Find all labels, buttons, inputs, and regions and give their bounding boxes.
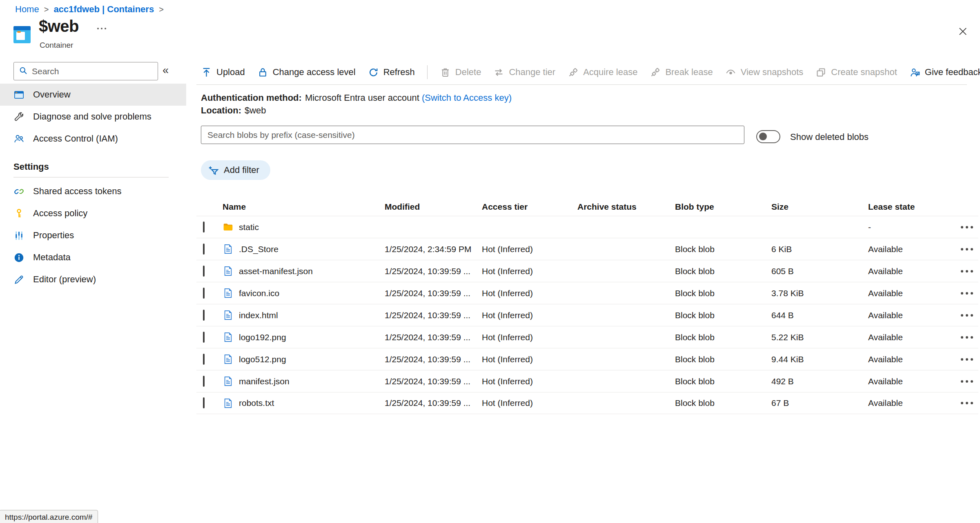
sidebar-item-label: Shared access tokens — [33, 186, 121, 197]
blob-name-link[interactable]: static — [239, 222, 259, 232]
breadcrumb-link-containers[interactable]: acc1fdweb | Containers — [53, 4, 154, 15]
cell-blob-type: Block blob — [675, 288, 771, 298]
sidebar-divider — [13, 177, 169, 177]
column-header-access-tier[interactable]: Access tier — [482, 202, 577, 212]
sidebar-item-access-control-iam[interactable]: Access Control (IAM) — [0, 128, 186, 150]
blob-name-link[interactable]: asset-manifest.json — [239, 266, 313, 276]
table-row-asset-manifest-json[interactable]: asset-manifest.json1/25/2024, 10:39:59 .… — [196, 260, 978, 282]
row-context-menu-button[interactable] — [956, 326, 978, 348]
cell-modified: 1/25/2024, 10:39:59 ... — [385, 310, 482, 320]
blob-prefix-search-input[interactable] — [201, 126, 744, 144]
cell-size: 6 KiB — [771, 244, 868, 254]
blob-name-link[interactable]: index.html — [239, 310, 278, 320]
cell-modified: 1/25/2024, 10:39:59 ... — [385, 398, 482, 408]
show-deleted-blobs-toggle[interactable] — [756, 130, 780, 143]
cell-size: 605 B — [771, 266, 868, 276]
cell-access-tier: Hot (Inferred) — [482, 310, 577, 320]
cell-size: 492 B — [771, 377, 868, 386]
file-icon — [223, 244, 234, 255]
row-checkbox[interactable] — [203, 332, 205, 343]
upload-button[interactable]: Upload — [201, 67, 245, 78]
file-icon — [223, 354, 234, 365]
give-feedback-button[interactable]: Give feedback — [909, 67, 980, 78]
row-context-menu-button[interactable] — [956, 238, 978, 260]
cell-size: 644 B — [771, 310, 868, 320]
row-checkbox[interactable] — [203, 244, 205, 255]
cell-blob-type: Block blob — [675, 244, 771, 254]
sidebar-search-box[interactable] — [13, 62, 158, 80]
sidebar-item-properties[interactable]: Properties — [0, 224, 186, 246]
command-bar-divider — [196, 84, 967, 85]
toolbar-button-label: Upload — [216, 67, 245, 78]
row-checkbox[interactable] — [203, 288, 205, 299]
cell-modified: 1/25/2024, 2:34:59 PM — [385, 244, 482, 254]
blob-name-link[interactable]: logo512.png — [239, 355, 286, 364]
blob-name-link[interactable]: manifest.json — [239, 377, 290, 386]
sidebar-item-editor-preview[interactable]: Editor (preview) — [0, 268, 186, 290]
title-more-button[interactable] — [97, 28, 106, 29]
sidebar-collapse-button[interactable]: « — [163, 64, 169, 77]
toolbar-button-label: Refresh — [383, 67, 415, 78]
sidebar-item-shared-access-tokens[interactable]: Shared access tokens — [0, 180, 186, 202]
blob-name-link[interactable]: favicon.ico — [239, 288, 279, 298]
row-context-menu-button[interactable] — [956, 282, 978, 304]
sidebar-item-metadata[interactable]: Metadata — [0, 246, 186, 268]
sidebar-item-overview[interactable]: Overview — [0, 84, 186, 106]
create-snapshot-button: Create snapshot — [815, 67, 897, 78]
sidebar-item-label: Diagnose and solve problems — [33, 111, 151, 122]
row-context-menu-button[interactable] — [956, 370, 978, 392]
breadcrumb: Home > acc1fdweb | Containers > — [15, 4, 164, 15]
sliders-icon — [13, 230, 24, 241]
change-tier-button: Change tier — [493, 67, 555, 78]
table-row-index-html[interactable]: index.html1/25/2024, 10:39:59 ...Hot (In… — [196, 304, 978, 326]
table-row-robots-txt[interactable]: robots.txt1/25/2024, 10:39:59 ...Hot (In… — [196, 392, 978, 414]
sidebar-search-input[interactable] — [32, 66, 153, 76]
cell-modified: 1/25/2024, 10:39:59 ... — [385, 377, 482, 386]
change-access-level-button[interactable]: Change access level — [257, 67, 356, 78]
switch-to-access-key-link[interactable]: (Switch to Access key) — [422, 93, 512, 103]
breadcrumb-separator: > — [44, 5, 49, 14]
column-header-lease-state[interactable]: Lease state — [868, 202, 956, 212]
row-checkbox[interactable] — [203, 222, 205, 233]
table-row-ds-store[interactable]: .DS_Store1/25/2024, 2:34:59 PMHot (Infer… — [196, 238, 978, 260]
add-filter-button[interactable]: Add filter — [201, 160, 270, 180]
row-context-menu-button[interactable] — [956, 260, 978, 282]
row-context-menu-button[interactable] — [956, 348, 978, 370]
table-row-logo192-png[interactable]: logo192.png1/25/2024, 10:39:59 ...Hot (I… — [196, 326, 978, 348]
close-blade-button[interactable] — [956, 24, 970, 39]
column-header-archive-status[interactable]: Archive status — [577, 202, 675, 212]
row-checkbox[interactable] — [203, 310, 205, 321]
blob-name-link[interactable]: logo192.png — [239, 332, 286, 342]
sidebar-item-access-policy[interactable]: Access policy — [0, 202, 186, 224]
break-lease-icon — [650, 67, 661, 78]
sidebar-item-diagnose-and-solve-problems[interactable]: Diagnose and solve problems — [0, 106, 186, 128]
column-header-blob-type[interactable]: Blob type — [675, 202, 771, 212]
eye-icon — [725, 67, 736, 78]
refresh-button[interactable]: Refresh — [368, 67, 415, 78]
container-icon — [13, 26, 31, 43]
cell-modified: 1/25/2024, 10:39:59 ... — [385, 332, 482, 342]
row-context-menu-button[interactable] — [956, 216, 978, 238]
table-row-manifest-json[interactable]: manifest.json1/25/2024, 10:39:59 ...Hot … — [196, 370, 978, 392]
cell-size: 9.44 KiB — [771, 355, 868, 364]
cell-lease-state: Available — [868, 266, 956, 276]
table-row-static[interactable]: static- — [196, 216, 978, 238]
row-context-menu-button[interactable] — [956, 392, 978, 414]
blob-name-link[interactable]: robots.txt — [239, 398, 274, 408]
cell-modified: 1/25/2024, 10:39:59 ... — [385, 288, 482, 298]
row-checkbox[interactable] — [203, 376, 205, 387]
column-header-modified[interactable]: Modified — [385, 202, 482, 212]
sidebar-item-label: Metadata — [33, 252, 71, 263]
row-checkbox[interactable] — [203, 354, 205, 365]
row-checkbox[interactable] — [203, 266, 205, 277]
cell-size: 3.78 KiB — [771, 288, 868, 298]
column-header-name[interactable]: Name — [223, 202, 385, 212]
blob-name-link[interactable]: .DS_Store — [239, 244, 278, 254]
table-row-favicon-ico[interactable]: favicon.ico1/25/2024, 10:39:59 ...Hot (I… — [196, 282, 978, 304]
row-context-menu-button[interactable] — [956, 304, 978, 326]
sidebar-item-label: Access Control (IAM) — [33, 133, 118, 144]
table-row-logo512-png[interactable]: logo512.png1/25/2024, 10:39:59 ...Hot (I… — [196, 348, 978, 370]
breadcrumb-link-home[interactable]: Home — [15, 4, 39, 15]
row-checkbox[interactable] — [203, 397, 205, 408]
column-header-size[interactable]: Size — [771, 202, 868, 212]
